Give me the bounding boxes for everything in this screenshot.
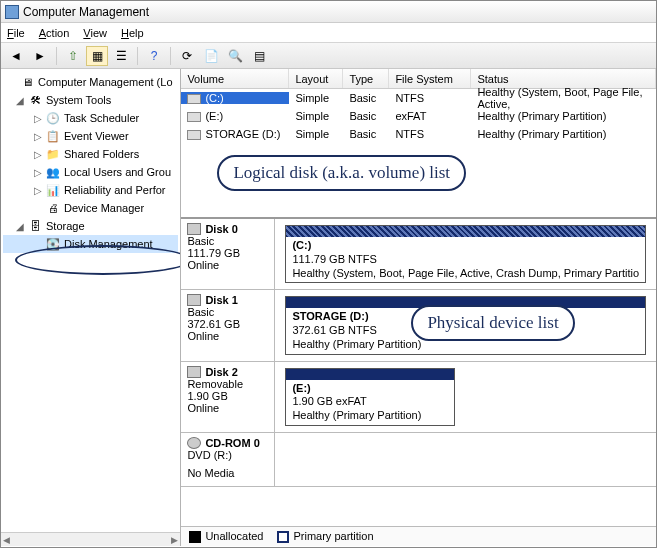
clock-icon: 🕒 — [45, 111, 61, 125]
disk-info: CD-ROM 0 DVD (R:) No Media — [181, 433, 275, 486]
col-volume[interactable]: Volume — [181, 69, 289, 88]
tree-event-viewer[interactable]: ▷ 📋 Event Viewer — [3, 127, 178, 145]
legend-unallocated: Unallocated — [189, 530, 263, 543]
legend-swatch-unallocated — [189, 531, 201, 543]
menu-file[interactable]: File — [7, 27, 25, 39]
disk-icon — [187, 223, 201, 235]
partition-header — [286, 226, 645, 237]
toolbar-separator — [137, 47, 138, 65]
cdrom-icon — [187, 437, 201, 449]
scroll-right-icon[interactable]: ▶ — [171, 535, 178, 545]
legend: Unallocated Primary partition — [181, 526, 656, 546]
disk-icon: 💽 — [45, 237, 61, 251]
col-type[interactable]: Type — [343, 69, 389, 88]
help-button[interactable]: ? — [143, 46, 165, 66]
tree-device-manager[interactable]: 🖨 Device Manager — [3, 199, 178, 217]
volume-row[interactable]: (E:) Simple Basic exFAT Healthy (Primary… — [181, 107, 656, 125]
partition[interactable]: STORAGE (D:) 372.61 GB NTFS Healthy (Pri… — [285, 296, 646, 354]
up-button[interactable]: ⇧ — [62, 46, 84, 66]
perfmon-icon: 📊 — [45, 183, 61, 197]
content-pane: Volume Layout Type File System Status (C… — [181, 69, 656, 546]
expand-icon: ▷ — [31, 131, 45, 142]
disk-info: Disk 1 Basic 372.61 GB Online — [181, 290, 275, 360]
forward-button[interactable]: ► — [29, 46, 51, 66]
col-filesystem[interactable]: File System — [389, 69, 471, 88]
menu-view[interactable]: View — [83, 27, 107, 39]
tree-task-scheduler[interactable]: ▷ 🕒 Task Scheduler — [3, 109, 178, 127]
drive-icon — [187, 130, 201, 140]
folder-icon: 📁 — [45, 147, 61, 161]
tree-disk-management[interactable]: 💽 Disk Management — [3, 235, 178, 253]
volume-row[interactable]: STORAGE (D:) Simple Basic NTFS Healthy (… — [181, 125, 656, 143]
storage-icon: 🗄 — [27, 219, 43, 233]
tree-shared-folders[interactable]: ▷ 📁 Shared Folders — [3, 145, 178, 163]
disk-info: Disk 0 Basic 111.79 GB Online — [181, 219, 275, 289]
volume-row[interactable]: (C:) Simple Basic NTFS Healthy (System, … — [181, 89, 656, 107]
menu-action[interactable]: Action — [39, 27, 70, 39]
refresh-button[interactable]: ⟳ — [176, 46, 198, 66]
users-icon: 👥 — [45, 165, 61, 179]
action-button[interactable]: ▤ — [248, 46, 270, 66]
tree-horizontal-scrollbar[interactable]: ◀ ▶ — [1, 532, 180, 546]
nav-tree: 🖥 Computer Management (Lo ◢ 🛠 System Too… — [1, 69, 181, 546]
tree-local-users[interactable]: ▷ 👥 Local Users and Grou — [3, 163, 178, 181]
disk-info: Disk 2 Removable 1.90 GB Online — [181, 362, 275, 432]
collapse-icon: ◢ — [13, 221, 27, 232]
partition[interactable]: (C:) 111.79 GB NTFS Healthy (System, Boo… — [285, 225, 646, 283]
tree-reliability[interactable]: ▷ 📊 Reliability and Perfor — [3, 181, 178, 199]
scroll-left-icon[interactable]: ◀ — [3, 535, 10, 545]
disk-icon — [187, 294, 201, 306]
tree-root[interactable]: 🖥 Computer Management (Lo — [3, 73, 178, 91]
cdrom-row[interactable]: CD-ROM 0 DVD (R:) No Media — [181, 433, 656, 487]
collapse-icon: ◢ — [13, 95, 27, 106]
disk-icon — [187, 366, 201, 378]
menu-help[interactable]: Help — [121, 27, 144, 39]
titlebar: Computer Management — [1, 1, 656, 23]
disk-row[interactable]: Disk 1 Basic 372.61 GB Online STORAGE (D… — [181, 290, 656, 361]
expand-icon: ▷ — [31, 185, 45, 196]
expand-icon: ▷ — [31, 149, 45, 160]
app-icon — [5, 5, 19, 19]
expand-icon: ▷ — [31, 167, 45, 178]
drive-icon — [187, 94, 201, 104]
tree-system-tools[interactable]: ◢ 🛠 System Tools — [3, 91, 178, 109]
toolbar-separator — [170, 47, 171, 65]
disk-row[interactable]: Disk 0 Basic 111.79 GB Online (C:) 111.7… — [181, 219, 656, 290]
drive-icon — [187, 112, 201, 122]
device-icon: 🖨 — [45, 201, 61, 215]
settings-list-button[interactable]: 📄 — [200, 46, 222, 66]
computer-icon: 🖥 — [19, 75, 35, 89]
back-button[interactable]: ◄ — [5, 46, 27, 66]
partition-header — [286, 369, 454, 380]
tools-icon: 🛠 — [27, 93, 43, 107]
toolbar: ◄ ► ⇧ ▦ ☰ ? ⟳ 📄 🔍 ▤ — [1, 43, 656, 69]
physical-disk-list: Disk 0 Basic 111.79 GB Online (C:) 111.7… — [181, 219, 656, 526]
window-title: Computer Management — [23, 5, 149, 19]
legend-swatch-primary — [277, 531, 289, 543]
properties-button[interactable]: ☰ — [110, 46, 132, 66]
find-button[interactable]: 🔍 — [224, 46, 246, 66]
event-icon: 📋 — [45, 129, 61, 143]
tree-storage[interactable]: ◢ 🗄 Storage — [3, 217, 178, 235]
toolbar-separator — [56, 47, 57, 65]
partition[interactable]: (E:) 1.90 GB exFAT Healthy (Primary Part… — [285, 368, 455, 426]
col-layout[interactable]: Layout — [289, 69, 343, 88]
partition-header — [286, 297, 645, 308]
volume-list: Volume Layout Type File System Status (C… — [181, 69, 656, 219]
disk-row[interactable]: Disk 2 Removable 1.90 GB Online (E:) 1.9… — [181, 362, 656, 433]
menubar: File Action View Help — [1, 23, 656, 43]
show-tree-button[interactable]: ▦ — [86, 46, 108, 66]
expand-icon: ▷ — [31, 113, 45, 124]
legend-primary: Primary partition — [277, 530, 373, 543]
